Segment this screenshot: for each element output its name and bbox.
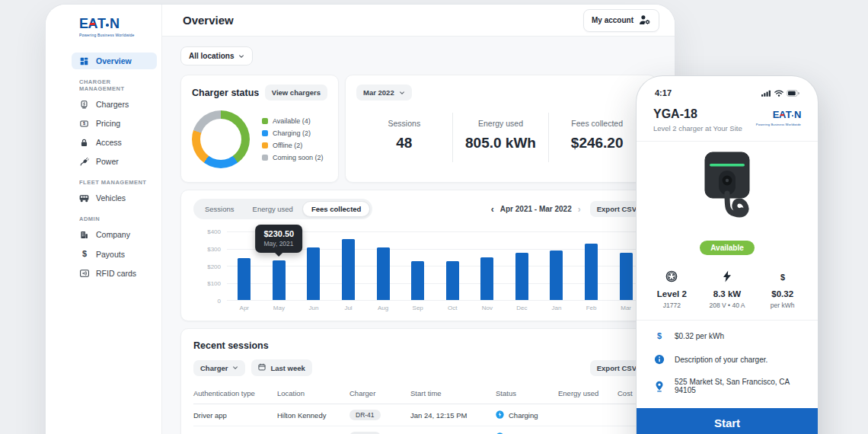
stat-label: Sessions: [361, 119, 448, 128]
sessions-table-body: Driver appHilton KennedyDR-41Jan 24, 12:…: [193, 404, 643, 434]
sidebar-item-label: Overview: [96, 56, 132, 65]
bar-jul[interactable]: [342, 239, 355, 300]
y-axis-tick-label: $200: [207, 263, 221, 270]
charger-filter-button[interactable]: Charger: [193, 360, 245, 376]
stat-fees-collected: Fees collected$246.20: [548, 113, 645, 162]
spec-value: 8.3 kW: [700, 289, 755, 298]
legend-item-offline-2: Offline (2): [262, 142, 324, 149]
chart-tab-energy-used[interactable]: Energy used: [244, 201, 302, 217]
sidebar-item-company[interactable]: Company: [72, 226, 157, 243]
charger-status-card: Charger status View chargers Available (…: [180, 75, 339, 183]
eaton-logo-phone: EATN Powering Business Worldwide: [756, 107, 801, 126]
bar-apr[interactable]: [238, 258, 251, 300]
column-header-energy-used: Energy used: [558, 389, 617, 397]
y-axis-tick-label: $300: [207, 245, 221, 252]
date-range-prev-icon[interactable]: ‹: [491, 205, 494, 214]
charger-id-pill[interactable]: DR-41: [349, 410, 381, 420]
bar-slot-jul: [331, 239, 366, 300]
date-range-filter-label: Last week: [270, 364, 305, 372]
bar-oct[interactable]: [446, 261, 459, 300]
detail-description-of-your-charger[interactable]: Description of your charger.: [653, 354, 801, 365]
sidebar-item-label: Access: [96, 138, 122, 147]
content-area: All locations Charger status View charge…: [162, 37, 675, 434]
plug-icon: [79, 157, 89, 166]
bar-aug[interactable]: [377, 247, 390, 300]
bar-dec[interactable]: [515, 253, 528, 300]
detail-text: Description of your charger.: [675, 356, 767, 364]
info-icon: [653, 354, 665, 365]
bar-may[interactable]: [273, 260, 286, 300]
my-account-button[interactable]: My account: [583, 9, 659, 32]
legend-swatch: [262, 155, 268, 161]
sidebar-item-label: RFID cards: [96, 269, 136, 278]
status-label: Charging: [509, 411, 538, 420]
location-filter-button[interactable]: All locations: [180, 46, 253, 65]
period-filter-button[interactable]: Mar 2022: [356, 85, 412, 101]
sidebar-item-rfid-cards[interactable]: RFID cards: [72, 265, 157, 282]
sidebar-item-access[interactable]: Access: [72, 134, 157, 151]
bar-slot-nov: [470, 257, 505, 300]
detail-525-market-st-san-francisco-[interactable]: 525 Market St, San Francisco, CA 94105: [653, 378, 801, 394]
cell-charger: DR-41: [349, 410, 410, 420]
charger-name: YGA-18: [653, 107, 742, 121]
main-area: Overview My account All locations Charge…: [162, 5, 675, 434]
bar-feb[interactable]: [585, 244, 598, 300]
bar-jun[interactable]: [307, 247, 320, 300]
stat-energy-used: Energy used805.0 kWh: [452, 113, 549, 162]
topbar: Overview My account: [162, 5, 675, 37]
view-chargers-button[interactable]: View chargers: [265, 85, 327, 101]
sidebar-item-vehicles[interactable]: Vehicles: [72, 190, 157, 206]
sidebar-item-pricing[interactable]: $Pricing: [72, 115, 157, 132]
start-button[interactable]: Start: [637, 408, 818, 434]
eaton-logo-tagline-phone: Powering Business Worldwide: [756, 123, 801, 126]
sidebar-section-label: FLEET MANAGEMENT: [79, 179, 157, 186]
sessions-export-csv-button[interactable]: Export CSV: [590, 360, 643, 376]
pricing-icon: $: [79, 120, 89, 128]
sidebar-section-label: ADMIN: [79, 215, 157, 222]
bar-sep[interactable]: [411, 261, 424, 300]
chart-tab-fees-collected[interactable]: Fees collected: [302, 201, 370, 217]
bar-slot-aug: [365, 247, 400, 300]
connector-icon: [644, 267, 700, 282]
calendar-icon: [258, 363, 266, 372]
wifi-icon: [774, 86, 783, 100]
recent-sessions-card: Recent sessions Charger Last week Export…: [180, 328, 656, 434]
legend-label: Coming soon (2): [273, 154, 324, 161]
sidebar-item-payouts[interactable]: $Payouts: [72, 245, 157, 263]
bar-mar[interactable]: [620, 253, 633, 300]
bar-nov[interactable]: [480, 257, 493, 300]
vehicle-icon: [79, 194, 89, 203]
sidebar-item-chargers[interactable]: Chargers: [72, 96, 157, 113]
eaton-logo-letters-phone: EATN: [773, 110, 801, 120]
bar-slot-feb: [574, 244, 609, 300]
sidebar-item-label: Vehicles: [96, 193, 126, 203]
date-range-filter-button[interactable]: Last week: [251, 359, 311, 376]
tooltip-value: $230.50: [263, 229, 294, 238]
chart-export-csv-button[interactable]: Export CSV: [590, 201, 643, 217]
phone-time: 4:17: [655, 88, 672, 97]
charger-subtitle: Level 2 charger at Your Site: [653, 124, 742, 132]
svg-text:$: $: [780, 273, 785, 282]
stat-value: $246.20: [554, 135, 640, 152]
date-range-label: Apr 2021 - Mar 2022: [500, 205, 572, 213]
date-range-next-icon[interactable]: ›: [578, 205, 581, 214]
cell-location: Hilton Kennedy: [277, 411, 349, 420]
sidebar-item-label: Company: [96, 230, 130, 239]
svg-text:$: $: [83, 121, 85, 126]
detail-text: 525 Market St, San Francisco, CA 94105: [675, 378, 801, 394]
bar-series: $230.50May, 2021: [227, 231, 643, 300]
sidebar-item-power[interactable]: Power: [72, 153, 157, 170]
stats-row: Sessions48Energy used805.0 kWhFees colle…: [356, 113, 645, 162]
detail-0-32-per-kwh[interactable]: $$0.32 per kWh: [653, 331, 801, 341]
spec-detail: per kWh: [755, 302, 810, 309]
spec-detail: 208 V • 40 A: [700, 302, 755, 309]
sidebar-item-overview[interactable]: Overview: [72, 53, 157, 69]
column-header-location: Location: [277, 389, 349, 397]
svg-text:$: $: [81, 249, 86, 258]
column-header-status: Status: [496, 389, 558, 397]
charger-specs: Level 2J17728.3 kW208 V • 40 A$$0.32per …: [637, 255, 818, 320]
spec-0-32: $$0.32per kWh: [755, 267, 810, 309]
legend-item-available-4: Available (4): [262, 117, 324, 125]
chart-tab-sessions[interactable]: Sessions: [196, 201, 244, 217]
bar-jan[interactable]: [550, 251, 563, 301]
